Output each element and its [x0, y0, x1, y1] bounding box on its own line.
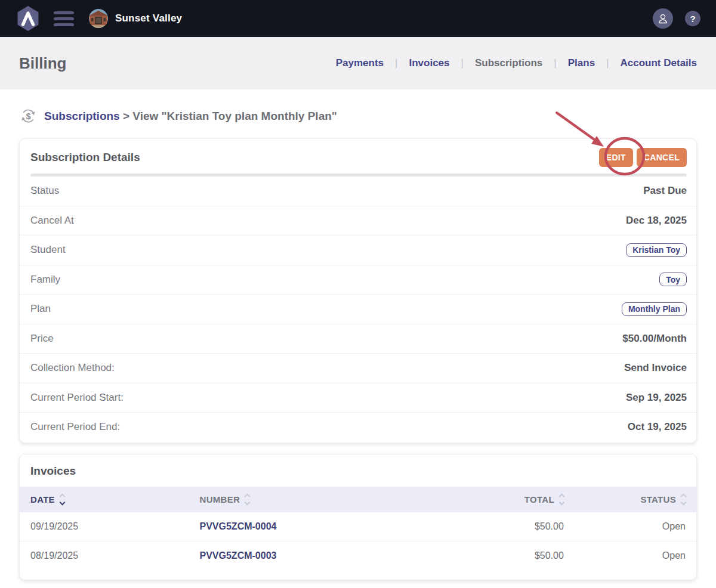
- school-avatar: [88, 8, 109, 29]
- sort-icon: [560, 494, 564, 505]
- topbar: Sunset Valley ?: [0, 0, 716, 37]
- invoice-status: Open: [575, 512, 696, 541]
- column-header-date[interactable]: DATE: [20, 487, 189, 512]
- column-header-status[interactable]: STATUS: [575, 487, 696, 512]
- detail-label: Status: [30, 185, 59, 197]
- tab-separator: |: [554, 57, 556, 69]
- detail-value: $50.00/Month: [622, 333, 687, 345]
- invoice-status: Open: [575, 541, 696, 570]
- help-icon: ?: [690, 14, 695, 24]
- detail-value: Send Invoice: [624, 362, 687, 374]
- billing-nav: Payments | Invoices | Subscriptions | Pl…: [336, 57, 697, 69]
- detail-label: Plan: [30, 303, 51, 315]
- person-icon: [657, 13, 669, 24]
- subscription-detail-row: Price $50.00/Month: [20, 324, 696, 354]
- tab-separator: |: [395, 57, 397, 69]
- cancel-button[interactable]: CANCEL: [637, 148, 687, 167]
- subscription-detail-row: Student Kristian Toy: [20, 236, 696, 265]
- subscription-detail-row: Cancel At Dec 18, 2025: [20, 206, 696, 236]
- invoice-row: 09/19/2025 PVVG5ZCM-0004 $50.00 Open: [20, 512, 696, 541]
- invoice-date: 09/19/2025: [20, 512, 189, 541]
- tab-payments[interactable]: Payments: [336, 57, 384, 69]
- subscription-details-title: Subscription Details: [30, 151, 140, 164]
- subscription-detail-row: Current Period Start: Sep 19, 2025: [20, 383, 696, 413]
- subscription-detail-rows: Status Past Due Cancel At Dec 18, 2025 S…: [20, 177, 696, 442]
- page-header: Billing Payments | Invoices | Subscripti…: [0, 37, 716, 89]
- column-header-total[interactable]: TOTAL: [446, 487, 574, 512]
- breadcrumb: $ Subscriptions > View "Kristian Toy pla…: [19, 107, 697, 125]
- edit-button[interactable]: EDIT: [599, 148, 633, 167]
- invoice-row: 08/19/2025 PVVG5ZCM-0003 $50.00 Open: [20, 541, 696, 570]
- detail-label: Current Period Start:: [30, 392, 124, 404]
- invoice-number-link[interactable]: PVVG5ZCM-0004: [200, 521, 277, 531]
- detail-badge[interactable]: Toy: [659, 273, 687, 286]
- menu-icon[interactable]: [54, 11, 74, 26]
- subscription-detail-row: Collection Method: Send Invoice: [20, 354, 696, 383]
- detail-value: Dec 18, 2025: [626, 215, 687, 227]
- sort-icon: [245, 494, 249, 505]
- invoices-header-row: DATE NUMBER TOTAL STATUS: [20, 487, 696, 512]
- tab-invoices[interactable]: Invoices: [409, 57, 449, 69]
- detail-badge[interactable]: Kristian Toy: [626, 243, 687, 257]
- detail-label: Current Period End:: [30, 421, 120, 433]
- detail-label: Collection Method:: [30, 362, 115, 374]
- tab-plans[interactable]: Plans: [568, 57, 595, 69]
- tab-separator: |: [461, 57, 464, 69]
- subscription-detail-row: Plan Monthly Plan: [20, 295, 696, 324]
- detail-badge[interactable]: Monthly Plan: [622, 302, 687, 316]
- detail-value: Sep 19, 2025: [626, 392, 687, 404]
- breadcrumb-separator: >: [123, 110, 129, 122]
- invoice-number-link[interactable]: PVVG5ZCM-0003: [200, 550, 277, 561]
- subscription-details-card: Subscription Details EDIT CANCEL Status …: [19, 138, 697, 443]
- help-button[interactable]: ?: [685, 11, 700, 26]
- detail-value: Oct 19, 2025: [628, 421, 687, 433]
- detail-label: Family: [30, 274, 60, 286]
- subscription-detail-row: Family Toy: [20, 265, 696, 295]
- detail-label: Student: [30, 244, 66, 256]
- sort-icon: [681, 494, 686, 505]
- invoices-card: Invoices DATE NUMBER TOTAL STATUS: [19, 454, 697, 580]
- invoice-total: $50.00: [446, 512, 574, 541]
- detail-label: Price: [30, 333, 54, 345]
- detail-value: Past Due: [643, 185, 687, 197]
- subscription-detail-row: Status Past Due: [20, 177, 696, 206]
- breadcrumb-current-page: View "Kristian Toy plan Monthly Plan": [132, 110, 337, 122]
- invoice-date: 08/19/2025: [20, 541, 189, 570]
- tab-separator: |: [606, 57, 609, 69]
- page-title: Billing: [19, 54, 66, 73]
- org-switcher[interactable]: Sunset Valley: [88, 8, 182, 29]
- invoice-total: $50.00: [446, 541, 574, 570]
- detail-label: Cancel At: [30, 215, 74, 227]
- app-logo-icon[interactable]: [16, 5, 41, 32]
- subscription-renewal-icon: $: [19, 107, 38, 125]
- subscription-detail-row: Current Period End: Oct 19, 2025: [20, 413, 696, 442]
- svg-text:$: $: [26, 112, 30, 121]
- breadcrumb-subscriptions-link[interactable]: Subscriptions: [44, 110, 120, 122]
- org-name: Sunset Valley: [115, 13, 182, 24]
- sort-icon: [60, 494, 64, 505]
- invoices-title: Invoices: [20, 454, 696, 487]
- user-account-button[interactable]: [653, 8, 673, 29]
- column-header-number[interactable]: NUMBER: [189, 487, 446, 512]
- tab-account-details[interactable]: Account Details: [621, 57, 697, 69]
- tab-subscriptions[interactable]: Subscriptions: [475, 57, 542, 69]
- invoices-table: DATE NUMBER TOTAL STATUS 09/19/2025: [20, 487, 696, 570]
